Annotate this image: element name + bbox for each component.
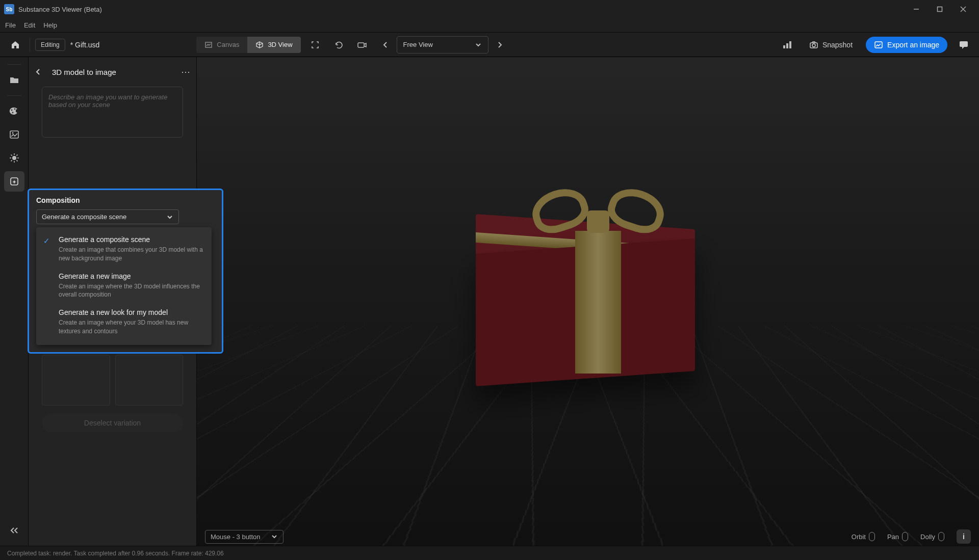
svg-point-18 xyxy=(12,156,16,160)
deselect-variation-button[interactable]: Deselect variation xyxy=(42,414,183,432)
tool-rail xyxy=(0,57,29,546)
menu-bar: File Edit Help xyxy=(0,18,979,33)
variation-cell[interactable] xyxy=(42,355,110,406)
view-toggle: Canvas 3D View xyxy=(196,37,300,53)
composition-dropdown-menu: ✓ Generate a composite scene Create an i… xyxy=(36,227,212,345)
camera-select[interactable]: Free View xyxy=(397,36,488,54)
toolbar: Editing * Gift.usd Canvas 3D View Free V… xyxy=(0,33,979,57)
palette-icon xyxy=(9,106,20,116)
side-panel: 3D model to image ⋯ Describe an image yo… xyxy=(29,57,197,546)
composition-option[interactable]: Generate a new look for my model Create … xyxy=(36,304,212,341)
mouse-icon xyxy=(902,532,908,541)
variation-cell[interactable] xyxy=(115,355,184,406)
rail-lighting-button[interactable] xyxy=(4,148,24,168)
pan-hint: Pan xyxy=(887,532,908,541)
svg-point-15 xyxy=(14,109,15,110)
feedback-button[interactable] xyxy=(955,36,973,54)
svg-line-23 xyxy=(11,155,12,156)
model-gift xyxy=(455,185,720,379)
mouse-mode-label: Mouse - 3 button xyxy=(211,533,261,541)
svg-line-25 xyxy=(16,155,17,156)
export-icon xyxy=(874,41,883,49)
prev-camera-button[interactable] xyxy=(376,36,395,54)
prompt-input[interactable]: Describe an image you want to generate b… xyxy=(42,87,183,138)
rail-assets-button[interactable] xyxy=(4,70,24,90)
composition-option-title: Generate a new look for my model xyxy=(59,308,204,316)
folder-icon xyxy=(9,76,19,84)
svg-rect-12 xyxy=(960,41,968,47)
window-close-button[interactable] xyxy=(951,0,975,18)
composition-label: Composition xyxy=(36,196,215,204)
canvas-view-label: Canvas xyxy=(217,41,239,48)
composition-option[interactable]: Generate a new image Create an image whe… xyxy=(36,268,212,305)
svg-rect-5 xyxy=(358,43,364,47)
panel-more-button[interactable]: ⋯ xyxy=(181,66,190,77)
3d-view-button[interactable]: 3D View xyxy=(247,37,300,53)
window-maximize-button[interactable] xyxy=(928,0,951,18)
rail-generate-button[interactable] xyxy=(4,171,24,192)
check-icon: ✓ xyxy=(43,236,50,246)
dolly-hint: Dolly xyxy=(920,532,944,541)
mouse-icon xyxy=(938,532,944,541)
chevron-down-icon xyxy=(166,214,173,221)
undo-button[interactable] xyxy=(329,36,348,54)
composition-select-value: Generate a composite scene xyxy=(42,213,126,221)
export-image-button[interactable]: Export an image xyxy=(866,37,947,53)
separator xyxy=(7,95,21,96)
composition-select[interactable]: Generate a composite scene xyxy=(36,209,179,224)
rail-scene-image-button[interactable] xyxy=(4,124,24,145)
separator xyxy=(7,64,21,65)
home-button[interactable] xyxy=(6,36,24,54)
snapshot-button[interactable]: Snapshot xyxy=(803,37,859,53)
svg-rect-1 xyxy=(938,7,942,12)
export-image-label: Export an image xyxy=(887,41,939,49)
app-title: Substance 3D Viewer (Beta) xyxy=(18,6,102,13)
svg-point-13 xyxy=(11,110,12,111)
chevron-down-icon xyxy=(271,533,278,540)
composition-option-desc: Create an image where your 3D model has … xyxy=(59,318,204,336)
svg-rect-11 xyxy=(875,42,882,48)
display-settings-button[interactable] xyxy=(778,36,796,54)
next-camera-button[interactable] xyxy=(491,36,509,54)
composition-section: Composition Generate a composite scene ✓… xyxy=(28,189,223,354)
light-icon xyxy=(9,153,19,163)
mode-badge: Editing xyxy=(35,39,65,51)
menu-edit[interactable]: Edit xyxy=(24,21,35,29)
snapshot-label: Snapshot xyxy=(822,41,853,49)
3d-view-label: 3D View xyxy=(268,41,292,48)
svg-point-10 xyxy=(812,44,815,47)
composition-option-desc: Create an image where the 3D model influ… xyxy=(59,282,204,300)
svg-rect-8 xyxy=(789,41,791,48)
composition-option-desc: Create an image that combines your 3D mo… xyxy=(59,246,204,263)
main: 3D model to image ⋯ Describe an image yo… xyxy=(0,57,979,546)
image-icon xyxy=(9,130,19,139)
window-minimize-button[interactable] xyxy=(905,0,928,18)
canvas-icon xyxy=(204,41,213,49)
snapshot-icon xyxy=(809,41,818,49)
frame-tool-button[interactable] xyxy=(306,36,324,54)
app-icon: Sb xyxy=(4,4,14,14)
info-button[interactable]: i xyxy=(957,529,971,544)
mouse-mode-select[interactable]: Mouse - 3 button xyxy=(205,530,284,544)
status-text: Completed task: render. Task completed a… xyxy=(7,550,224,557)
composition-option[interactable]: ✓ Generate a composite scene Create an i… xyxy=(36,231,212,268)
composition-option-title: Generate a new image xyxy=(59,272,204,280)
chevron-down-icon xyxy=(475,41,482,48)
menu-file[interactable]: File xyxy=(5,21,16,29)
viewport-3d[interactable]: Mouse - 3 button Orbit Pan Dolly i xyxy=(197,57,979,546)
canvas-view-button[interactable]: Canvas xyxy=(196,37,247,53)
collapse-icon xyxy=(10,527,19,534)
orbit-hint: Orbit xyxy=(852,532,875,541)
svg-point-17 xyxy=(12,132,13,134)
menu-help[interactable]: Help xyxy=(43,21,57,29)
status-bar: Completed task: render. Task completed a… xyxy=(0,546,979,560)
camera-select-label: Free View xyxy=(403,41,433,48)
generate-icon xyxy=(9,176,19,186)
rail-materials-button[interactable] xyxy=(4,101,24,121)
cube-icon xyxy=(255,41,264,49)
panel-back-button[interactable] xyxy=(35,68,47,75)
title-bar: Sb Substance 3D Viewer (Beta) xyxy=(0,0,979,18)
rail-collapse-button[interactable] xyxy=(4,520,24,541)
svg-rect-6 xyxy=(783,45,785,48)
camera-tool-button[interactable] xyxy=(353,36,371,54)
